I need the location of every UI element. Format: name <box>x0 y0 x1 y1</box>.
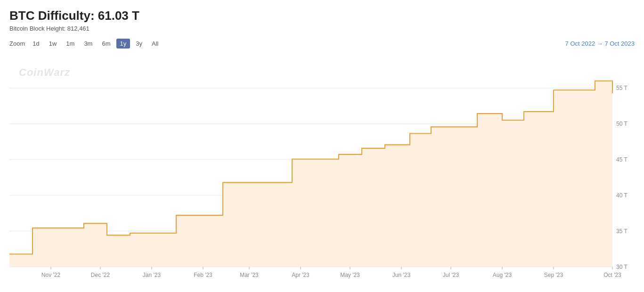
svg-text:Jun '23: Jun '23 <box>392 272 410 279</box>
zoom-3m-button[interactable]: 3m <box>80 39 96 49</box>
main-container: BTC Difficulty: 61.03 T Bitcoin Block He… <box>0 0 644 292</box>
zoom-6m-button[interactable]: 6m <box>98 39 114 49</box>
svg-text:35 T: 35 T <box>616 228 628 235</box>
zoom-1d-button[interactable]: 1d <box>29 39 43 49</box>
chart-area: CoinWarz 30 T 35 T 40 T 45 T 50 T 55 T <box>9 52 635 287</box>
svg-text:Aug '23: Aug '23 <box>493 272 512 279</box>
svg-text:30 T: 30 T <box>616 264 628 271</box>
svg-text:Mar '23: Mar '23 <box>240 272 259 279</box>
zoom-3y-button[interactable]: 3y <box>132 39 146 49</box>
svg-text:Feb '23: Feb '23 <box>194 272 212 279</box>
toolbar: Zoom 1d 1w 1m 3m 6m 1y 3y All 7 Oct 2022… <box>9 39 635 49</box>
svg-text:Nov '22: Nov '22 <box>41 272 60 279</box>
svg-text:Apr '23: Apr '23 <box>292 272 310 279</box>
svg-text:Sep '23: Sep '23 <box>544 272 563 279</box>
zoom-controls: Zoom 1d 1w 1m 3m 6m 1y 3y All <box>9 39 162 49</box>
zoom-1m-button[interactable]: 1m <box>62 39 78 49</box>
zoom-1w-button[interactable]: 1w <box>45 39 61 49</box>
zoom-label: Zoom <box>9 40 25 47</box>
chart-svg: 30 T 35 T 40 T 45 T 50 T 55 T <box>9 52 635 287</box>
zoom-1y-button[interactable]: 1y <box>116 39 130 49</box>
zoom-all-button[interactable]: All <box>148 39 162 49</box>
svg-text:May '23: May '23 <box>340 272 360 279</box>
svg-text:Dec '22: Dec '22 <box>91 272 110 279</box>
svg-text:Jan '23: Jan '23 <box>143 272 161 279</box>
svg-text:40 T: 40 T <box>616 192 628 199</box>
date-range: 7 Oct 2022 → 7 Oct 2023 <box>565 40 635 47</box>
svg-text:55 T: 55 T <box>616 85 628 92</box>
block-height: Bitcoin Block Height: 812,461 <box>9 25 635 32</box>
svg-text:45 T: 45 T <box>616 156 628 163</box>
page-title: BTC Difficulty: 61.03 T <box>9 8 635 23</box>
svg-text:Oct '23: Oct '23 <box>603 272 621 279</box>
svg-text:Jul '23: Jul '23 <box>443 272 459 279</box>
svg-text:50 T: 50 T <box>616 121 628 128</box>
